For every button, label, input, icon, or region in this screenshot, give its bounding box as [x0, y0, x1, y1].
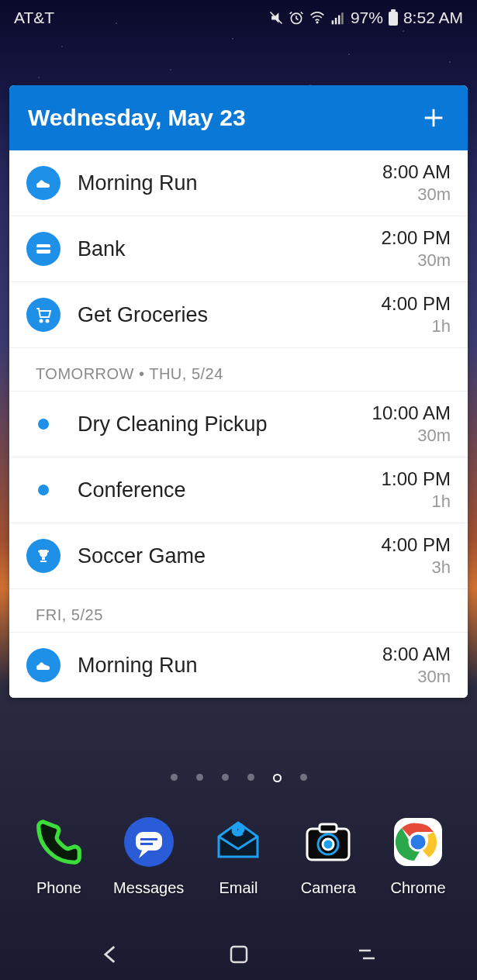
app-phone[interactable]: Phone [20, 813, 98, 897]
messages-icon [119, 813, 178, 871]
app-label: Messages [113, 879, 184, 897]
event-time-block: 10:00 AM30m [372, 402, 451, 446]
event-title: Dry Cleaning Pickup [78, 412, 372, 437]
event-duration: 30m [382, 185, 451, 205]
event-time-block: 4:00 PM1h [382, 293, 451, 336]
svg-rect-7 [389, 12, 398, 26]
page-dot[interactable] [196, 774, 203, 781]
home-button[interactable] [219, 935, 258, 974]
event-row[interactable]: Morning Run8:00 AM30m [9, 633, 468, 698]
app-dock: PhoneMessages@EmailCameraChrome [0, 813, 477, 897]
event-duration: 30m [382, 667, 451, 687]
svg-point-23 [323, 839, 334, 850]
shoe-icon [26, 166, 60, 200]
event-title: Conference [78, 478, 382, 502]
page-dot[interactable] [273, 774, 282, 782]
app-messages[interactable]: Messages [110, 813, 188, 897]
svg-point-13 [40, 320, 43, 323]
status-bar[interactable]: AT&T 97% 8:52 AM [0, 0, 477, 36]
event-title: Soccer Game [78, 544, 382, 568]
svg-point-2 [316, 22, 318, 23]
event-duration: 30m [382, 250, 451, 271]
event-duration: 30m [372, 426, 451, 446]
event-duration: 3h [382, 557, 451, 578]
svg-rect-17 [140, 838, 157, 840]
svg-rect-18 [140, 843, 153, 845]
event-time-block: 8:00 AM30m [382, 161, 451, 205]
event-title: Morning Run [78, 171, 382, 195]
page-indicator[interactable] [0, 774, 477, 782]
calendar-widget: Wednesday, May 23 Morning Run8:00 AM30mB… [9, 85, 468, 698]
svg-rect-8 [391, 9, 396, 12]
page-dot[interactable] [171, 774, 178, 781]
app-label: Camera [301, 879, 356, 897]
signal-icon [330, 10, 346, 26]
page-dot[interactable] [300, 774, 307, 781]
widget-title: Wednesday, May 23 [28, 105, 246, 131]
section-header: FRI, 5/25 [9, 589, 468, 633]
svg-rect-4 [335, 18, 337, 24]
app-camera[interactable]: Camera [289, 813, 367, 897]
event-time: 10:00 AM [372, 402, 451, 424]
navigation-bar [0, 929, 477, 980]
event-time: 4:00 PM [382, 534, 451, 556]
chrome-icon [389, 813, 448, 871]
app-label: Phone [36, 879, 81, 897]
event-title: Bank [78, 237, 382, 261]
event-time: 8:00 AM [382, 644, 451, 665]
event-dot-icon [38, 419, 49, 430]
trophy-icon [26, 539, 60, 573]
wifi-icon [309, 10, 326, 26]
event-row[interactable]: Get Groceries4:00 PM1h [9, 282, 468, 348]
event-time: 2:00 PM [382, 227, 451, 249]
card-icon [26, 232, 60, 266]
event-time-block: 2:00 PM30m [382, 227, 451, 271]
event-time-block: 4:00 PM3h [382, 534, 451, 578]
event-row[interactable]: Conference1:00 PM1h [9, 457, 468, 523]
svg-text:@: @ [233, 823, 245, 836]
event-time-block: 1:00 PM1h [382, 468, 451, 512]
widget-header[interactable]: Wednesday, May 23 [9, 85, 468, 150]
svg-rect-12 [36, 247, 50, 250]
event-title: Get Groceries [78, 303, 382, 327]
event-dot-icon [38, 485, 49, 495]
phone-icon [29, 813, 88, 871]
svg-rect-16 [136, 832, 162, 851]
event-row[interactable]: Morning Run8:00 AM30m [9, 150, 468, 216]
camera-icon [299, 813, 358, 871]
event-time: 4:00 PM [382, 293, 451, 315]
alarm-icon [289, 10, 304, 26]
email-icon: @ [209, 813, 268, 871]
svg-rect-5 [338, 16, 340, 25]
svg-rect-3 [332, 20, 334, 24]
cart-icon [26, 298, 60, 332]
svg-rect-6 [341, 12, 344, 24]
event-row[interactable]: Bank2:00 PM30m [9, 216, 468, 282]
event-row[interactable]: Dry Cleaning Pickup10:00 AM30m [9, 392, 468, 457]
svg-rect-21 [320, 824, 337, 832]
battery-percent: 97% [351, 9, 383, 27]
page-dot[interactable] [247, 774, 254, 781]
app-label: Email [219, 879, 258, 897]
section-header: TOMORROW • THU, 5/24 [9, 348, 468, 392]
carrier-label: AT&T [14, 9, 54, 27]
back-button[interactable] [92, 935, 130, 974]
clock-label: 8:52 AM [403, 9, 463, 27]
app-chrome[interactable]: Chrome [379, 813, 457, 897]
status-right: 97% 8:52 AM [268, 9, 463, 27]
recents-button[interactable] [347, 935, 386, 974]
add-event-button[interactable] [418, 102, 449, 133]
event-time-block: 8:00 AM30m [382, 644, 451, 687]
event-row[interactable]: Soccer Game4:00 PM3h [9, 523, 468, 589]
page-dot[interactable] [222, 774, 229, 781]
svg-rect-28 [231, 947, 247, 962]
app-email[interactable]: @Email [199, 813, 277, 897]
svg-point-14 [47, 320, 49, 323]
event-duration: 1h [382, 316, 451, 336]
mute-icon [268, 10, 284, 26]
battery-icon [388, 9, 399, 26]
event-title: Morning Run [78, 654, 382, 678]
event-time: 8:00 AM [382, 161, 451, 183]
event-duration: 1h [382, 492, 451, 512]
event-time: 1:00 PM [382, 468, 451, 490]
